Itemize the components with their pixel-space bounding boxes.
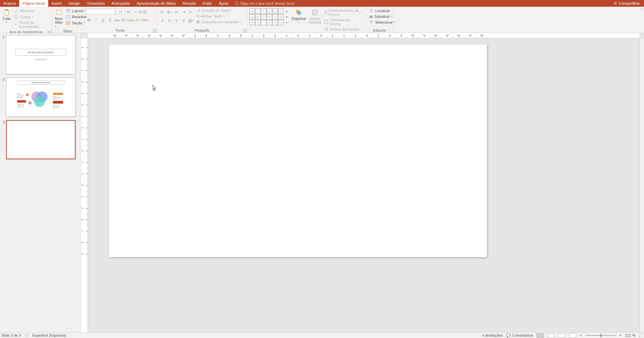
tab-ajuda[interactable]: Ajuda	[215, 0, 232, 7]
svg-point-23	[26, 93, 29, 96]
organizar-label: Organizar	[291, 17, 306, 21]
tab-design[interactable]: Design	[65, 0, 83, 7]
rapidos-label: Rápidos	[309, 21, 321, 24]
thumbnail-slide-1[interactable]: APRESENTAÇÃO Stategic Detect	[6, 35, 76, 74]
slide-canvas[interactable]	[109, 45, 487, 257]
font-size-input[interactable]: 18	[116, 9, 125, 15]
strike-button[interactable]: abc	[114, 17, 120, 23]
shapes-gallery[interactable]: ▭//▭▢⬭▴ △↳⬡⇨☆⬠▾ ↗∿⌒{}☆≡	[250, 8, 289, 25]
paragrafo-launcher[interactable]: ↘	[243, 29, 246, 32]
view-sorter-button[interactable]	[547, 333, 555, 338]
bold-button[interactable]: N	[86, 17, 92, 23]
selecionar-label: Selecionar	[375, 20, 393, 24]
underline-button[interactable]: S	[100, 17, 106, 23]
tell-me-label: Diga-me o que você deseja fazer	[240, 1, 295, 5]
contorno-forma-button[interactable]: Contorno da Forma▾	[323, 18, 364, 26]
align-center-button[interactable]: ≡	[166, 17, 173, 24]
numbering-button[interactable]: ≣▾	[166, 9, 173, 15]
comentarios-button[interactable]: 💬 Comentários	[506, 333, 533, 338]
justify-button[interactable]: ≡	[180, 17, 187, 24]
thumb-number-2: 2	[1, 78, 5, 82]
char-spacing-button[interactable]: AV▾	[121, 17, 127, 23]
share-label: Compartilhar	[619, 1, 640, 5]
vertical-scrollbar[interactable]	[639, 38, 644, 332]
colar-button[interactable]: Colar ▾	[1, 7, 12, 24]
horizontal-ruler: 1615141312111098765432101234567891011121…	[88, 33, 639, 38]
view-reading-button[interactable]	[558, 333, 565, 338]
spellcheck-icon[interactable]: ▢	[25, 333, 28, 338]
localizar-button[interactable]: Localizar	[368, 8, 397, 13]
copiar-label: Copiar	[20, 15, 31, 19]
selecionar-button[interactable]: Selecionar▾	[368, 20, 397, 25]
bullets-button[interactable]: ≡▾	[159, 9, 166, 15]
section-icon	[66, 21, 70, 25]
group-label-paragrafo: Parágrafo	[195, 29, 210, 32]
pincel-label: Pincel de Formatação	[19, 21, 49, 29]
preenchimento-forma-button[interactable]: Preenchimento da Forma▾	[323, 8, 364, 17]
italic-button[interactable]: I	[93, 17, 99, 23]
tab-pagina-inicial[interactable]: Página Inicial	[19, 0, 48, 7]
substituir-button[interactable]: ab Substituir▾	[368, 14, 397, 19]
tab-exibir[interactable]: Exibir	[199, 0, 215, 7]
estilos-rapidos-button[interactable]: Estilos Rápidos	[308, 7, 323, 25]
tab-inserir[interactable]: Inserir	[48, 0, 65, 7]
fit-window-button[interactable]: ⛶	[639, 333, 643, 337]
alinhar-texto-button[interactable]: ⊟ Alinhar Texto▾	[195, 13, 243, 19]
share-button[interactable]: Compartilhar	[609, 0, 644, 7]
tab-transicoes[interactable]: Transições	[84, 0, 108, 7]
converter-smartart-button[interactable]: ▦ Converter em SmartArt▾	[195, 19, 243, 24]
copiar-button[interactable]: Copiar ▾	[13, 14, 50, 20]
tab-animacoes[interactable]: Animações	[108, 0, 133, 7]
thumb2-title: VENN DIAGRAMS	[17, 81, 64, 85]
layout-label: Layout	[72, 9, 83, 13]
view-normal-button[interactable]	[536, 333, 544, 338]
align-left-button[interactable]: ≡	[159, 17, 166, 24]
columns-button[interactable]: ▥▾	[187, 17, 194, 24]
status-language[interactable]: Espanhol (Espanha)	[32, 333, 66, 337]
group-editando: Localizar ab Substituir▾ Selecionar▾ Edi…	[366, 7, 393, 33]
anotacoes-button[interactable]: ≡ Anotações	[482, 333, 503, 337]
tab-arquivo[interactable]: Arquivo	[0, 0, 19, 7]
preenchimento-label: Preenchimento da Forma	[329, 8, 360, 17]
thumb-number-1: 1	[1, 35, 5, 39]
font-name-input[interactable]	[86, 9, 115, 15]
substituir-label: Substituir	[374, 15, 390, 19]
group-desenho: ▭//▭▢⬭▴ △↳⬡⇨☆⬠▾ ↗∿⌒{}☆≡ Organizar ▾ Esti…	[247, 7, 366, 33]
increase-font-button[interactable]: A▴	[125, 9, 132, 15]
collapse-ribbon-button[interactable]: ⌃	[640, 8, 643, 11]
line-spacing-button[interactable]: ‡▾	[187, 9, 194, 15]
direcao-texto-button[interactable]: ↕A Direção do Texto▾	[195, 8, 243, 13]
svg-point-21	[34, 96, 45, 107]
zoom-slider[interactable]	[585, 335, 616, 336]
decrease-indent-button[interactable]: ⇤	[173, 9, 180, 15]
thumbnail-slide-3[interactable]	[6, 120, 76, 159]
decrease-font-button[interactable]: A▾	[133, 9, 139, 15]
align-right-button[interactable]: ≡	[173, 17, 180, 24]
font-color-button[interactable]: A▾	[142, 17, 149, 23]
recortar-button[interactable]: Recortar	[13, 8, 50, 13]
tell-me-search[interactable]: Diga-me o que você deseja fazer	[232, 0, 298, 7]
shadow-button[interactable]: S	[107, 17, 113, 23]
efeitos-forma-button[interactable]: Efeitos de Forma▾	[323, 27, 364, 32]
thumbnail-slide-2[interactable]: VENN DIAGRAMS Mercury It's the smallest …	[6, 78, 76, 117]
thumb1-title: APRESENTAÇÃO	[16, 49, 66, 56]
paste-icon	[3, 9, 10, 16]
zoom-level[interactable]: 111 %	[625, 333, 636, 337]
clear-format-button[interactable]: A⌫	[140, 9, 146, 15]
novo-slide-label2: Slide ▾	[55, 21, 63, 28]
novo-slide-button[interactable]: Novo Slide ▾	[54, 7, 64, 29]
thumb1-subtitle: Stategic Detect	[35, 58, 47, 60]
svg-rect-8	[16, 16, 18, 19]
zoom-out-button[interactable]: −	[580, 333, 582, 338]
zoom-in-button[interactable]: +	[619, 333, 622, 338]
increase-indent-button[interactable]: ⇥	[180, 9, 187, 15]
view-slideshow-button[interactable]	[569, 333, 576, 338]
search-icon	[369, 8, 374, 13]
highlight-button[interactable]: A▾	[135, 17, 142, 23]
tab-apresentacao-slides[interactable]: Apresentação de Slides	[133, 0, 179, 7]
pincel-formatacao-button[interactable]: Pincel de Formatação	[13, 20, 50, 29]
tab-revisao[interactable]: Revisão	[179, 0, 200, 7]
change-case-button[interactable]: Aa▾	[128, 17, 135, 23]
organizar-button[interactable]: Organizar ▾	[290, 7, 308, 24]
fonte-launcher[interactable]: ↘	[153, 29, 156, 32]
